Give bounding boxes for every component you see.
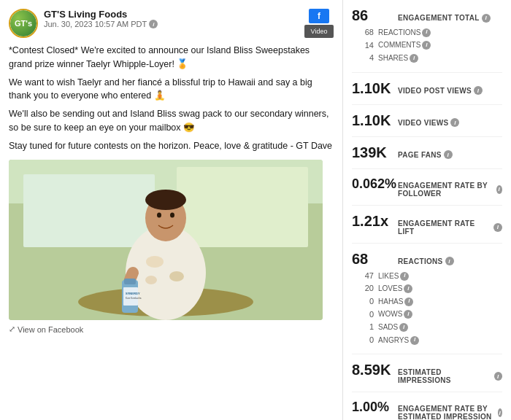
engagement-rate-lift-info-icon[interactable]: i [493, 223, 502, 232]
left-panel: GT's GT'S Living Foods Jun. 30, 2023 10:… [0, 0, 343, 420]
reactions-detail-main: 68 REACTIONS i [352, 251, 502, 268]
hahas-val: 0 [352, 295, 374, 308]
hahas-label: HAHAS i [378, 296, 413, 308]
shares-sub: 4 SHARES i [352, 52, 502, 65]
video-post-views-label: VIDEO POST VIEWS i [398, 86, 483, 95]
shares-sub-val: 4 [352, 52, 374, 65]
sads-sub: 1 SADS i [352, 321, 502, 334]
post-date: Jun. 30, 2023 10:57 AM PDT i [44, 20, 299, 28]
likes-label: LIKES i [378, 271, 409, 282]
sads-val: 1 [352, 321, 374, 334]
reactions-sub: 68 REACTIONS i [352, 26, 502, 39]
video-views-main: 1.10K VIDEO VIEWS i [352, 112, 502, 129]
angrys-sub: 0 ANGRYS i [352, 334, 502, 347]
reactions-detail-sub-metrics: 47 LIKES i 20 LOVES i 0 HAHAS i [352, 270, 502, 347]
facebook-icon: f [309, 9, 329, 23]
engagement-rate-lift-value: 1.21x [352, 213, 392, 230]
svg-point-14 [170, 213, 174, 218]
page-fans-value: 139K [352, 144, 392, 161]
post-image-svg: SYNERGY Kum Kombucha [9, 160, 323, 320]
svg-text:Kum Kombucha: Kum Kombucha [126, 297, 142, 300]
engagement-total-main: 86 ENGAGEMENT TOTAL i [352, 7, 502, 24]
engagement-total-value: 86 [352, 7, 392, 24]
engagement-rate-follower-info-icon[interactable]: i [496, 185, 503, 194]
engagement-total-sub-metrics: 68 REACTIONS i 14 COMMENTS i 4 SHARES i [352, 26, 502, 65]
post-meta: GT'S Living Foods Jun. 30, 2023 10:57 AM… [44, 9, 299, 28]
svg-point-12 [145, 190, 186, 210]
page-fans-info-icon[interactable]: i [444, 150, 453, 159]
post-line-4: Stay tuned for future contests on the ho… [9, 139, 334, 153]
reactions-detail-info-icon[interactable]: i [445, 257, 454, 265]
loves-val: 20 [352, 282, 374, 295]
engagement-rate-follower-label: ENGAGEMENT RATE BY FOLLOWER i [398, 182, 502, 198]
video-post-views-info-icon[interactable]: i [474, 86, 483, 95]
sads-info-icon[interactable]: i [399, 323, 408, 332]
angrys-info-icon[interactable]: i [410, 336, 419, 345]
date-info-icon: i [149, 20, 158, 28]
angrys-val: 0 [352, 334, 374, 347]
right-panel: 86 ENGAGEMENT TOTAL i 68 REACTIONS i 14 … [343, 0, 511, 420]
comments-sub-val: 14 [352, 39, 374, 52]
engagement-rate-lift-main: 1.21x ENGAGEMENT RATE LIFT i [352, 213, 502, 236]
hahas-info-icon[interactable]: i [404, 298, 413, 306]
sads-label: SADS i [378, 322, 408, 333]
engagement-rate-impression-label: ENGAGEMENT RATE BY ESTIMATED IMPRESSION … [398, 405, 502, 420]
engagement-rate-lift-label: ENGAGEMENT RATE LIFT i [398, 219, 502, 236]
svg-point-13 [157, 213, 161, 218]
loves-sub: 20 LOVES i [352, 282, 502, 295]
svg-text:SYNERGY: SYNERGY [126, 292, 140, 295]
wows-val: 0 [352, 308, 374, 322]
likes-val: 47 [352, 270, 374, 283]
avatar: GT's [9, 9, 38, 38]
shares-info-icon[interactable]: i [410, 54, 418, 63]
video-views-value: 1.10K [352, 112, 392, 129]
wows-info-icon[interactable]: i [404, 310, 412, 319]
video-views-section: 1.10K VIDEO VIEWS i [352, 112, 502, 137]
estimated-impressions-section: 8.59K ESTIMATED IMPRESSIONS i [352, 362, 502, 392]
page-fans-section: 139K PAGE FANS i [352, 144, 502, 169]
comments-sub-label: COMMENTS i [378, 39, 431, 51]
estimated-impressions-main: 8.59K ESTIMATED IMPRESSIONS i [352, 362, 502, 384]
loves-label: LOVES i [378, 283, 412, 295]
video-post-views-main: 1.10K VIDEO POST VIEWS i [352, 80, 502, 97]
reactions-detail-label: REACTIONS i [398, 257, 454, 265]
estimated-impressions-info-icon[interactable]: i [494, 372, 502, 381]
likes-info-icon[interactable]: i [400, 272, 409, 281]
reactions-sub-label: REACTIONS i [378, 27, 431, 39]
svg-rect-16 [124, 279, 136, 284]
engagement-rate-follower-section: 0.062% ENGAGEMENT RATE BY FOLLOWER i [352, 176, 502, 206]
svg-point-7 [146, 256, 164, 268]
wows-label: WOWS i [378, 308, 412, 320]
angrys-label: ANGRYS i [378, 335, 419, 346]
engagement-total-info-icon[interactable]: i [482, 14, 491, 23]
post-line-1: *Contest Closed* We're excited to announ… [9, 44, 334, 71]
estimated-impressions-value: 8.59K [352, 362, 392, 378]
svg-point-9 [145, 276, 157, 284]
reactions-sub-val: 68 [352, 26, 374, 39]
view-on-facebook-link[interactable]: ⤢ View on Facebook [9, 324, 334, 334]
engagement-rate-impression-main: 1.00% ENGAGEMENT RATE BY ESTIMATED IMPRE… [352, 400, 502, 420]
comments-info-icon[interactable]: i [422, 41, 431, 50]
avatar-inner: GT's [10, 10, 36, 36]
page-fans-label: PAGE FANS i [398, 150, 453, 159]
reactions-info-icon[interactable]: i [422, 28, 431, 37]
engagement-rate-impression-info-icon[interactable]: i [498, 408, 502, 417]
estimated-impressions-label: ESTIMATED IMPRESSIONS i [398, 368, 502, 384]
reactions-detail-section: 68 REACTIONS i 47 LIKES i 20 LOVES i [352, 251, 502, 355]
video-views-label: VIDEO VIEWS i [398, 118, 459, 127]
wows-sub: 0 WOWS i [352, 308, 502, 322]
hahas-sub: 0 HAHAS i [352, 295, 502, 308]
external-link-icon: ⤢ [9, 324, 15, 334]
post-line-2: We want to wish Taelyr and her fiancé a … [9, 76, 334, 104]
engagement-rate-follower-main: 0.062% ENGAGEMENT RATE BY FOLLOWER i [352, 176, 502, 198]
video-views-info-icon[interactable]: i [450, 118, 459, 127]
svg-rect-3 [23, 174, 155, 247]
video-post-views-section: 1.10K VIDEO POST VIEWS i [352, 80, 502, 105]
loves-info-icon[interactable]: i [404, 284, 412, 293]
platform-icons: f Video [304, 9, 334, 38]
post-image: SYNERGY Kum Kombucha [9, 160, 323, 320]
engagement-total-section: 86 ENGAGEMENT TOTAL i 68 REACTIONS i 14 … [352, 7, 502, 73]
post-author: GT'S Living Foods [44, 9, 299, 20]
video-post-views-value: 1.10K [352, 80, 392, 97]
shares-sub-label: SHARES i [378, 52, 418, 64]
